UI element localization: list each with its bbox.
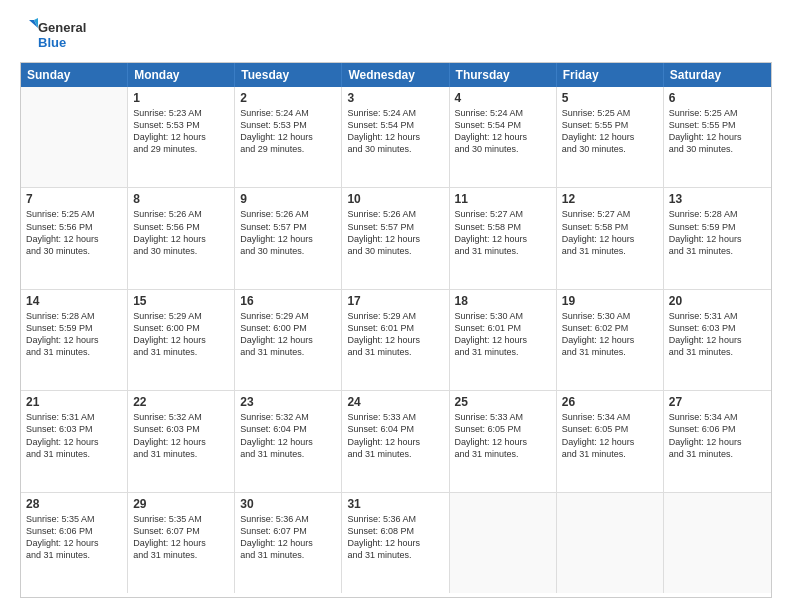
day-cell-4: 4Sunrise: 5:24 AM Sunset: 5:54 PM Daylig… xyxy=(450,87,557,187)
day-info: Sunrise: 5:31 AM Sunset: 6:03 PM Dayligh… xyxy=(26,411,122,460)
day-number: 24 xyxy=(347,395,443,409)
day-info: Sunrise: 5:24 AM Sunset: 5:54 PM Dayligh… xyxy=(347,107,443,156)
day-number: 26 xyxy=(562,395,658,409)
day-cell-1: 1Sunrise: 5:23 AM Sunset: 5:53 PM Daylig… xyxy=(128,87,235,187)
calendar-week-3: 14Sunrise: 5:28 AM Sunset: 5:59 PM Dayli… xyxy=(21,290,771,391)
header-day-friday: Friday xyxy=(557,63,664,87)
day-info: Sunrise: 5:26 AM Sunset: 5:57 PM Dayligh… xyxy=(240,208,336,257)
day-info: Sunrise: 5:26 AM Sunset: 5:57 PM Dayligh… xyxy=(347,208,443,257)
day-info: Sunrise: 5:26 AM Sunset: 5:56 PM Dayligh… xyxy=(133,208,229,257)
day-number: 8 xyxy=(133,192,229,206)
day-number: 14 xyxy=(26,294,122,308)
day-cell-27: 27Sunrise: 5:34 AM Sunset: 6:06 PM Dayli… xyxy=(664,391,771,491)
header-day-monday: Monday xyxy=(128,63,235,87)
day-number: 16 xyxy=(240,294,336,308)
day-info: Sunrise: 5:33 AM Sunset: 6:04 PM Dayligh… xyxy=(347,411,443,460)
page: General Blue SundayMondayTuesdayWednesda… xyxy=(0,0,792,612)
calendar-header: SundayMondayTuesdayWednesdayThursdayFrid… xyxy=(21,63,771,87)
day-cell-10: 10Sunrise: 5:26 AM Sunset: 5:57 PM Dayli… xyxy=(342,188,449,288)
calendar-week-5: 28Sunrise: 5:35 AM Sunset: 6:06 PM Dayli… xyxy=(21,493,771,593)
day-number: 19 xyxy=(562,294,658,308)
day-number: 9 xyxy=(240,192,336,206)
day-cell-17: 17Sunrise: 5:29 AM Sunset: 6:01 PM Dayli… xyxy=(342,290,449,390)
day-info: Sunrise: 5:34 AM Sunset: 6:05 PM Dayligh… xyxy=(562,411,658,460)
day-number: 31 xyxy=(347,497,443,511)
day-number: 11 xyxy=(455,192,551,206)
day-cell-15: 15Sunrise: 5:29 AM Sunset: 6:00 PM Dayli… xyxy=(128,290,235,390)
calendar-week-2: 7Sunrise: 5:25 AM Sunset: 5:56 PM Daylig… xyxy=(21,188,771,289)
day-info: Sunrise: 5:32 AM Sunset: 6:04 PM Dayligh… xyxy=(240,411,336,460)
header-day-sunday: Sunday xyxy=(21,63,128,87)
day-cell-21: 21Sunrise: 5:31 AM Sunset: 6:03 PM Dayli… xyxy=(21,391,128,491)
day-info: Sunrise: 5:29 AM Sunset: 6:00 PM Dayligh… xyxy=(133,310,229,359)
logo-bird-icon xyxy=(20,18,38,54)
calendar: SundayMondayTuesdayWednesdayThursdayFrid… xyxy=(20,62,772,598)
day-cell-empty xyxy=(21,87,128,187)
day-number: 29 xyxy=(133,497,229,511)
day-cell-9: 9Sunrise: 5:26 AM Sunset: 5:57 PM Daylig… xyxy=(235,188,342,288)
day-cell-31: 31Sunrise: 5:36 AM Sunset: 6:08 PM Dayli… xyxy=(342,493,449,593)
calendar-week-1: 1Sunrise: 5:23 AM Sunset: 5:53 PM Daylig… xyxy=(21,87,771,188)
day-info: Sunrise: 5:30 AM Sunset: 6:02 PM Dayligh… xyxy=(562,310,658,359)
day-cell-3: 3Sunrise: 5:24 AM Sunset: 5:54 PM Daylig… xyxy=(342,87,449,187)
calendar-week-4: 21Sunrise: 5:31 AM Sunset: 6:03 PM Dayli… xyxy=(21,391,771,492)
day-cell-24: 24Sunrise: 5:33 AM Sunset: 6:04 PM Dayli… xyxy=(342,391,449,491)
day-cell-11: 11Sunrise: 5:27 AM Sunset: 5:58 PM Dayli… xyxy=(450,188,557,288)
day-info: Sunrise: 5:36 AM Sunset: 6:08 PM Dayligh… xyxy=(347,513,443,562)
day-number: 10 xyxy=(347,192,443,206)
day-info: Sunrise: 5:36 AM Sunset: 6:07 PM Dayligh… xyxy=(240,513,336,562)
day-info: Sunrise: 5:25 AM Sunset: 5:55 PM Dayligh… xyxy=(669,107,766,156)
day-info: Sunrise: 5:27 AM Sunset: 5:58 PM Dayligh… xyxy=(562,208,658,257)
day-cell-13: 13Sunrise: 5:28 AM Sunset: 5:59 PM Dayli… xyxy=(664,188,771,288)
header-day-thursday: Thursday xyxy=(450,63,557,87)
day-number: 18 xyxy=(455,294,551,308)
day-info: Sunrise: 5:31 AM Sunset: 6:03 PM Dayligh… xyxy=(669,310,766,359)
day-cell-28: 28Sunrise: 5:35 AM Sunset: 6:06 PM Dayli… xyxy=(21,493,128,593)
day-cell-19: 19Sunrise: 5:30 AM Sunset: 6:02 PM Dayli… xyxy=(557,290,664,390)
day-cell-5: 5Sunrise: 5:25 AM Sunset: 5:55 PM Daylig… xyxy=(557,87,664,187)
day-info: Sunrise: 5:28 AM Sunset: 5:59 PM Dayligh… xyxy=(669,208,766,257)
day-cell-26: 26Sunrise: 5:34 AM Sunset: 6:05 PM Dayli… xyxy=(557,391,664,491)
day-number: 17 xyxy=(347,294,443,308)
day-info: Sunrise: 5:29 AM Sunset: 6:00 PM Dayligh… xyxy=(240,310,336,359)
day-number: 7 xyxy=(26,192,122,206)
day-number: 1 xyxy=(133,91,229,105)
day-cell-18: 18Sunrise: 5:30 AM Sunset: 6:01 PM Dayli… xyxy=(450,290,557,390)
day-info: Sunrise: 5:23 AM Sunset: 5:53 PM Dayligh… xyxy=(133,107,229,156)
day-cell-14: 14Sunrise: 5:28 AM Sunset: 5:59 PM Dayli… xyxy=(21,290,128,390)
day-number: 6 xyxy=(669,91,766,105)
day-info: Sunrise: 5:35 AM Sunset: 6:06 PM Dayligh… xyxy=(26,513,122,562)
day-info: Sunrise: 5:34 AM Sunset: 6:06 PM Dayligh… xyxy=(669,411,766,460)
day-cell-20: 20Sunrise: 5:31 AM Sunset: 6:03 PM Dayli… xyxy=(664,290,771,390)
day-info: Sunrise: 5:33 AM Sunset: 6:05 PM Dayligh… xyxy=(455,411,551,460)
day-number: 2 xyxy=(240,91,336,105)
day-info: Sunrise: 5:35 AM Sunset: 6:07 PM Dayligh… xyxy=(133,513,229,562)
day-cell-2: 2Sunrise: 5:24 AM Sunset: 5:53 PM Daylig… xyxy=(235,87,342,187)
day-info: Sunrise: 5:24 AM Sunset: 5:53 PM Dayligh… xyxy=(240,107,336,156)
logo: General Blue xyxy=(20,18,86,54)
day-number: 3 xyxy=(347,91,443,105)
day-number: 23 xyxy=(240,395,336,409)
day-info: Sunrise: 5:25 AM Sunset: 5:56 PM Dayligh… xyxy=(26,208,122,257)
day-number: 5 xyxy=(562,91,658,105)
day-info: Sunrise: 5:27 AM Sunset: 5:58 PM Dayligh… xyxy=(455,208,551,257)
day-cell-6: 6Sunrise: 5:25 AM Sunset: 5:55 PM Daylig… xyxy=(664,87,771,187)
day-cell-8: 8Sunrise: 5:26 AM Sunset: 5:56 PM Daylig… xyxy=(128,188,235,288)
day-cell-empty xyxy=(450,493,557,593)
header-day-wednesday: Wednesday xyxy=(342,63,449,87)
day-number: 4 xyxy=(455,91,551,105)
day-cell-12: 12Sunrise: 5:27 AM Sunset: 5:58 PM Dayli… xyxy=(557,188,664,288)
day-info: Sunrise: 5:29 AM Sunset: 6:01 PM Dayligh… xyxy=(347,310,443,359)
day-cell-empty xyxy=(557,493,664,593)
day-number: 12 xyxy=(562,192,658,206)
day-cell-30: 30Sunrise: 5:36 AM Sunset: 6:07 PM Dayli… xyxy=(235,493,342,593)
day-cell-25: 25Sunrise: 5:33 AM Sunset: 6:05 PM Dayli… xyxy=(450,391,557,491)
day-number: 15 xyxy=(133,294,229,308)
day-cell-7: 7Sunrise: 5:25 AM Sunset: 5:56 PM Daylig… xyxy=(21,188,128,288)
day-cell-23: 23Sunrise: 5:32 AM Sunset: 6:04 PM Dayli… xyxy=(235,391,342,491)
day-number: 27 xyxy=(669,395,766,409)
day-cell-empty xyxy=(664,493,771,593)
header-day-saturday: Saturday xyxy=(664,63,771,87)
day-number: 25 xyxy=(455,395,551,409)
day-cell-22: 22Sunrise: 5:32 AM Sunset: 6:03 PM Dayli… xyxy=(128,391,235,491)
